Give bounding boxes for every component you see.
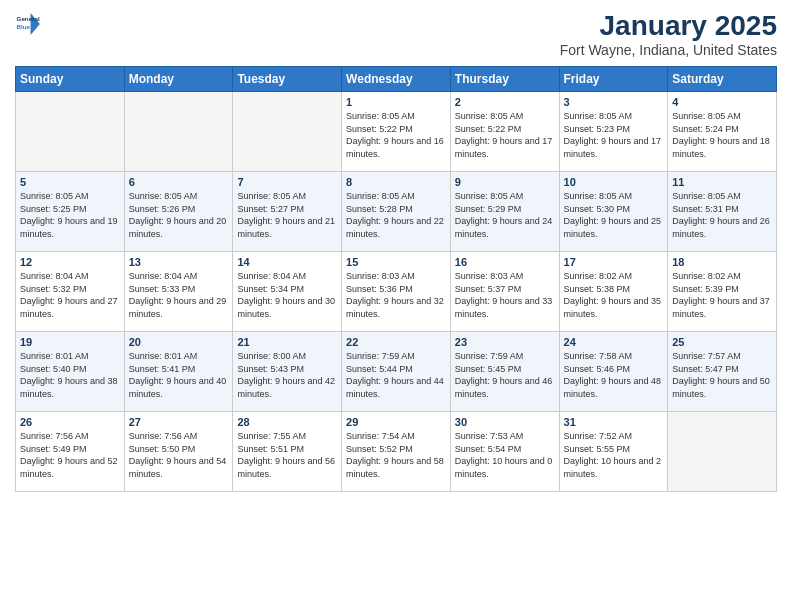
day-number: 9 xyxy=(455,176,555,188)
month-title: January 2025 xyxy=(560,10,777,42)
weekday-header-saturday: Saturday xyxy=(668,67,777,92)
cell-info: Sunrise: 8:05 AMSunset: 5:24 PMDaylight:… xyxy=(672,110,772,160)
cell-info: Sunrise: 8:02 AMSunset: 5:38 PMDaylight:… xyxy=(564,270,664,320)
day-cell: 19Sunrise: 8:01 AMSunset: 5:40 PMDayligh… xyxy=(16,332,125,412)
day-cell: 14Sunrise: 8:04 AMSunset: 5:34 PMDayligh… xyxy=(233,252,342,332)
weekday-header-thursday: Thursday xyxy=(450,67,559,92)
cell-info: Sunrise: 7:59 AMSunset: 5:44 PMDaylight:… xyxy=(346,350,446,400)
day-cell: 27Sunrise: 7:56 AMSunset: 5:50 PMDayligh… xyxy=(124,412,233,492)
day-number: 3 xyxy=(564,96,664,108)
header: General Blue January 2025 Fort Wayne, In… xyxy=(15,10,777,58)
day-number: 29 xyxy=(346,416,446,428)
cell-info: Sunrise: 8:00 AMSunset: 5:43 PMDaylight:… xyxy=(237,350,337,400)
day-cell: 11Sunrise: 8:05 AMSunset: 5:31 PMDayligh… xyxy=(668,172,777,252)
day-number: 12 xyxy=(20,256,120,268)
cell-info: Sunrise: 7:56 AMSunset: 5:50 PMDaylight:… xyxy=(129,430,229,480)
day-cell: 23Sunrise: 7:59 AMSunset: 5:45 PMDayligh… xyxy=(450,332,559,412)
cell-info: Sunrise: 8:05 AMSunset: 5:29 PMDaylight:… xyxy=(455,190,555,240)
day-cell: 9Sunrise: 8:05 AMSunset: 5:29 PMDaylight… xyxy=(450,172,559,252)
day-number: 1 xyxy=(346,96,446,108)
day-cell: 24Sunrise: 7:58 AMSunset: 5:46 PMDayligh… xyxy=(559,332,668,412)
day-number: 10 xyxy=(564,176,664,188)
day-cell: 10Sunrise: 8:05 AMSunset: 5:30 PMDayligh… xyxy=(559,172,668,252)
day-number: 17 xyxy=(564,256,664,268)
day-cell: 6Sunrise: 8:05 AMSunset: 5:26 PMDaylight… xyxy=(124,172,233,252)
cell-info: Sunrise: 7:57 AMSunset: 5:47 PMDaylight:… xyxy=(672,350,772,400)
cell-info: Sunrise: 8:02 AMSunset: 5:39 PMDaylight:… xyxy=(672,270,772,320)
cell-info: Sunrise: 8:05 AMSunset: 5:28 PMDaylight:… xyxy=(346,190,446,240)
day-number: 26 xyxy=(20,416,120,428)
day-cell: 28Sunrise: 7:55 AMSunset: 5:51 PMDayligh… xyxy=(233,412,342,492)
day-cell: 5Sunrise: 8:05 AMSunset: 5:25 PMDaylight… xyxy=(16,172,125,252)
day-number: 21 xyxy=(237,336,337,348)
day-cell xyxy=(668,412,777,492)
day-cell: 7Sunrise: 8:05 AMSunset: 5:27 PMDaylight… xyxy=(233,172,342,252)
cell-info: Sunrise: 7:55 AMSunset: 5:51 PMDaylight:… xyxy=(237,430,337,480)
day-number: 28 xyxy=(237,416,337,428)
cell-info: Sunrise: 8:01 AMSunset: 5:40 PMDaylight:… xyxy=(20,350,120,400)
week-row-1: 1Sunrise: 8:05 AMSunset: 5:22 PMDaylight… xyxy=(16,92,777,172)
cell-info: Sunrise: 8:05 AMSunset: 5:26 PMDaylight:… xyxy=(129,190,229,240)
calendar-table: SundayMondayTuesdayWednesdayThursdayFrid… xyxy=(15,66,777,492)
day-number: 13 xyxy=(129,256,229,268)
day-cell: 18Sunrise: 8:02 AMSunset: 5:39 PMDayligh… xyxy=(668,252,777,332)
day-cell xyxy=(124,92,233,172)
cell-info: Sunrise: 7:58 AMSunset: 5:46 PMDaylight:… xyxy=(564,350,664,400)
day-cell: 8Sunrise: 8:05 AMSunset: 5:28 PMDaylight… xyxy=(342,172,451,252)
day-cell: 29Sunrise: 7:54 AMSunset: 5:52 PMDayligh… xyxy=(342,412,451,492)
day-cell: 4Sunrise: 8:05 AMSunset: 5:24 PMDaylight… xyxy=(668,92,777,172)
cell-info: Sunrise: 8:05 AMSunset: 5:23 PMDaylight:… xyxy=(564,110,664,160)
svg-text:General: General xyxy=(17,15,40,22)
day-cell: 13Sunrise: 8:04 AMSunset: 5:33 PMDayligh… xyxy=(124,252,233,332)
day-number: 14 xyxy=(237,256,337,268)
weekday-header-monday: Monday xyxy=(124,67,233,92)
day-number: 20 xyxy=(129,336,229,348)
day-number: 6 xyxy=(129,176,229,188)
cell-info: Sunrise: 8:05 AMSunset: 5:27 PMDaylight:… xyxy=(237,190,337,240)
cell-info: Sunrise: 8:04 AMSunset: 5:34 PMDaylight:… xyxy=(237,270,337,320)
weekday-header-tuesday: Tuesday xyxy=(233,67,342,92)
day-number: 24 xyxy=(564,336,664,348)
day-number: 22 xyxy=(346,336,446,348)
day-number: 25 xyxy=(672,336,772,348)
day-number: 23 xyxy=(455,336,555,348)
day-cell xyxy=(16,92,125,172)
day-cell: 25Sunrise: 7:57 AMSunset: 5:47 PMDayligh… xyxy=(668,332,777,412)
cell-info: Sunrise: 7:52 AMSunset: 5:55 PMDaylight:… xyxy=(564,430,664,480)
day-number: 19 xyxy=(20,336,120,348)
weekday-header-sunday: Sunday xyxy=(16,67,125,92)
day-number: 18 xyxy=(672,256,772,268)
day-cell: 20Sunrise: 8:01 AMSunset: 5:41 PMDayligh… xyxy=(124,332,233,412)
day-cell: 3Sunrise: 8:05 AMSunset: 5:23 PMDaylight… xyxy=(559,92,668,172)
page: General Blue January 2025 Fort Wayne, In… xyxy=(0,0,792,612)
cell-info: Sunrise: 7:56 AMSunset: 5:49 PMDaylight:… xyxy=(20,430,120,480)
day-number: 8 xyxy=(346,176,446,188)
cell-info: Sunrise: 8:04 AMSunset: 5:33 PMDaylight:… xyxy=(129,270,229,320)
cell-info: Sunrise: 8:05 AMSunset: 5:25 PMDaylight:… xyxy=(20,190,120,240)
day-cell: 26Sunrise: 7:56 AMSunset: 5:49 PMDayligh… xyxy=(16,412,125,492)
week-row-5: 26Sunrise: 7:56 AMSunset: 5:49 PMDayligh… xyxy=(16,412,777,492)
day-number: 16 xyxy=(455,256,555,268)
cell-info: Sunrise: 7:54 AMSunset: 5:52 PMDaylight:… xyxy=(346,430,446,480)
day-number: 4 xyxy=(672,96,772,108)
cell-info: Sunrise: 8:05 AMSunset: 5:30 PMDaylight:… xyxy=(564,190,664,240)
cell-info: Sunrise: 8:04 AMSunset: 5:32 PMDaylight:… xyxy=(20,270,120,320)
day-number: 11 xyxy=(672,176,772,188)
day-cell: 12Sunrise: 8:04 AMSunset: 5:32 PMDayligh… xyxy=(16,252,125,332)
day-number: 30 xyxy=(455,416,555,428)
logo: General Blue xyxy=(15,10,43,38)
day-number: 27 xyxy=(129,416,229,428)
day-cell: 1Sunrise: 8:05 AMSunset: 5:22 PMDaylight… xyxy=(342,92,451,172)
day-number: 31 xyxy=(564,416,664,428)
day-number: 7 xyxy=(237,176,337,188)
cell-info: Sunrise: 7:59 AMSunset: 5:45 PMDaylight:… xyxy=(455,350,555,400)
day-cell: 30Sunrise: 7:53 AMSunset: 5:54 PMDayligh… xyxy=(450,412,559,492)
day-number: 15 xyxy=(346,256,446,268)
cell-info: Sunrise: 8:01 AMSunset: 5:41 PMDaylight:… xyxy=(129,350,229,400)
cell-info: Sunrise: 8:03 AMSunset: 5:37 PMDaylight:… xyxy=(455,270,555,320)
day-cell: 21Sunrise: 8:00 AMSunset: 5:43 PMDayligh… xyxy=(233,332,342,412)
cell-info: Sunrise: 8:05 AMSunset: 5:22 PMDaylight:… xyxy=(346,110,446,160)
cell-info: Sunrise: 8:03 AMSunset: 5:36 PMDaylight:… xyxy=(346,270,446,320)
svg-text:Blue: Blue xyxy=(17,23,31,30)
weekday-header-friday: Friday xyxy=(559,67,668,92)
